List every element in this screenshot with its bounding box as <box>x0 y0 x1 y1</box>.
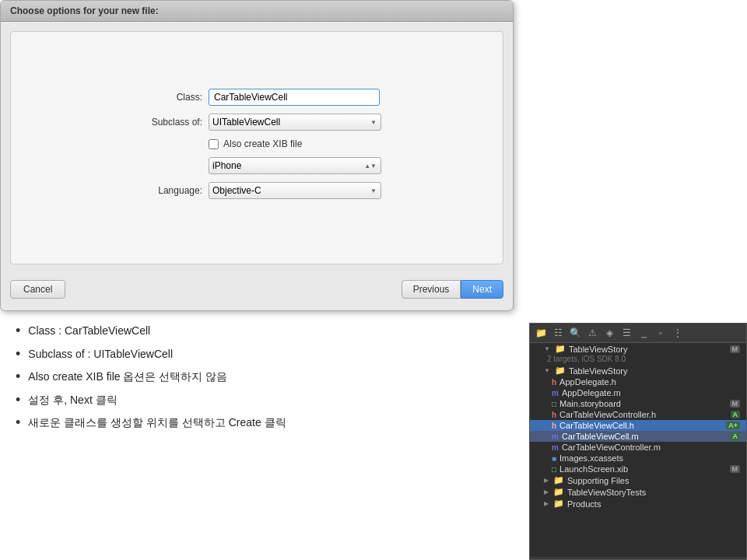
folder-icon: 📁 <box>553 499 564 509</box>
h-icon: h <box>552 378 556 387</box>
file-name: CarTableViewCell.h <box>559 421 634 430</box>
next-button[interactable]: Next <box>461 280 503 299</box>
tree-car-tableviewcontroller-m[interactable]: m CarTableViewController.m <box>530 442 746 453</box>
dialog-footer: Cancel Previous Next <box>1 274 513 305</box>
class-row: Class: <box>124 89 389 106</box>
nav-buttons: Previous Next <box>402 280 503 299</box>
folder-icon[interactable]: 📁 <box>535 327 547 339</box>
file-badge: M <box>730 465 741 473</box>
sb-icon: □ <box>552 400 556 408</box>
grid-icon[interactable]: ☷ <box>552 327 564 339</box>
file-name: Images.xcassets <box>559 453 623 463</box>
dialog-title: Choose options for your new file: <box>1 1 513 22</box>
dialog-content: Class: Subclass of: UITableViewCell Also… <box>10 31 503 264</box>
storyboard-badge: M <box>730 400 741 408</box>
class-input[interactable] <box>209 89 380 106</box>
m-icon: m <box>552 389 559 397</box>
tree-tableviewstory-tests[interactable]: ▶ 📁 TableViewStoryTests <box>530 486 746 498</box>
bullet-item: Also create XIB file 옵션은 선택하지 않음 <box>16 369 514 386</box>
form-area: Class: Subclass of: UITableViewCell Also… <box>124 89 389 207</box>
folder-icon: 📁 <box>553 487 564 497</box>
subclass-row: Subclass of: UITableViewCell <box>124 114 389 131</box>
file-name: AppDelegate.h <box>559 377 616 387</box>
group-collapse-icon: ▼ <box>544 367 550 374</box>
file-name: AppDelegate.m <box>562 388 621 397</box>
project-sub: 2 targets, iOS SDK 8.0 <box>530 355 746 365</box>
file-badge: A <box>731 411 741 418</box>
subclass-select-wrapper: UITableViewCell <box>209 114 381 131</box>
xcode-toolbar: 📁 ☷ 🔍 ⚠ ◈ ☰ ⎯ ▫ ⋮ <box>530 324 746 343</box>
group-label: TableViewStory <box>569 366 628 376</box>
tree-appdelegate-h[interactable]: h AppDelegate.h <box>530 376 746 387</box>
xib-label: Also create XIB file <box>223 138 302 149</box>
group-folder-icon: 📁 <box>555 366 566 376</box>
tree-images-xcassets[interactable]: ■ Images.xcassets <box>530 453 746 464</box>
tree-car-tableviewcell-m[interactable]: m CarTableViewCell.m A <box>530 431 746 442</box>
device-row: iPhone iPad Universal <box>209 157 389 174</box>
triangle-icon: ▶ <box>544 488 549 495</box>
file-badge: A+ <box>726 422 740 429</box>
chat-icon[interactable]: ▫ <box>654 327 667 339</box>
class-label: Class: <box>124 92 202 103</box>
cancel-button[interactable]: Cancel <box>10 280 65 299</box>
language-label: Language: <box>124 185 202 196</box>
bullet-item: 새로운 클래스를 생성할 위치를 선택하고 Create 클릭 <box>16 415 514 432</box>
tree-supporting-files[interactable]: ▶ 📁 Supporting Files <box>530 474 746 486</box>
device-select-wrapper: iPhone iPad Universal <box>209 157 381 174</box>
file-name: CarTableViewCell.m <box>562 432 639 441</box>
new-file-dialog: Choose options for your new file: Class:… <box>0 0 514 311</box>
tree-car-tableviewcell-h[interactable]: h CarTableViewCell.h A+ <box>530 420 746 431</box>
group-label: Products <box>567 499 601 509</box>
bullet-item: Subclass of : UITableViewCell <box>16 346 514 363</box>
previous-button[interactable]: Previous <box>402 280 461 299</box>
project-folder-icon: 📁 <box>555 344 566 354</box>
h-icon: h <box>552 411 556 419</box>
device-select[interactable]: iPhone iPad Universal <box>209 157 381 174</box>
group-label: TableViewStoryTests <box>567 488 646 497</box>
tree-car-tableviewcontroller-h[interactable]: h CarTableViewController.h A <box>530 409 746 420</box>
tag-icon[interactable]: ◈ <box>603 327 615 339</box>
xcode-sidebar-panel: 📁 ☷ 🔍 ⚠ ◈ ☰ ⎯ ▫ ⋮ ▼ 📁 TableViewStory M 2… <box>529 323 747 560</box>
collapse-icon: ▼ <box>544 345 550 352</box>
search-icon[interactable]: 🔍 <box>569 327 581 339</box>
warning-icon[interactable]: ⚠ <box>586 327 598 339</box>
xib-icon: □ <box>552 465 556 474</box>
folder-icon: 📁 <box>553 475 564 485</box>
triangle-icon: ▶ <box>544 477 549 484</box>
more-icon[interactable]: ⋮ <box>672 327 684 339</box>
subclass-label: Subclass of: <box>124 117 202 128</box>
tree-main-storyboard[interactable]: □ Main.storyboard M <box>530 398 746 409</box>
xib-row: Also create XIB file <box>209 138 389 149</box>
file-name: LaunchScreen.xib <box>559 464 628 474</box>
tree-launchscreen-xib[interactable]: □ LaunchScreen.xib M <box>530 464 746 474</box>
list-icon[interactable]: ☰ <box>620 327 633 339</box>
project-name: TableViewStory <box>569 345 628 354</box>
project-badge: M <box>730 345 741 353</box>
m-icon: m <box>552 432 559 441</box>
h-icon: h <box>552 422 556 430</box>
bullet-item: 설정 후, Next 클릭 <box>16 392 514 409</box>
file-badge: A <box>731 432 741 440</box>
subclass-select[interactable]: UITableViewCell <box>209 114 381 131</box>
instruction-list: Class : CarTableViewCellSubclass of : UI… <box>16 323 514 438</box>
language-row: Language: Objective-C Swift <box>124 182 389 199</box>
language-select-wrapper: Objective-C Swift <box>209 182 381 199</box>
xcode-file-tree: ▼ 📁 TableViewStory M 2 targets, iOS SDK … <box>530 343 746 557</box>
branch-icon[interactable]: ⎯ <box>637 327 650 339</box>
language-select[interactable]: Objective-C Swift <box>209 182 381 199</box>
file-name: CarTableViewController.h <box>559 410 656 419</box>
xcassets-icon: ■ <box>552 454 556 463</box>
tree-products[interactable]: ▶ 📁 Products <box>530 498 746 509</box>
bullet-item: Class : CarTableViewCell <box>16 323 514 340</box>
group-label: Supporting Files <box>567 476 630 485</box>
m-icon: m <box>552 443 559 452</box>
tree-project-root[interactable]: ▼ 📁 TableViewStory M <box>530 343 746 355</box>
file-name: CarTableViewController.m <box>562 443 661 452</box>
xib-checkbox[interactable] <box>209 139 219 149</box>
tree-appdelegate-m[interactable]: m AppDelegate.m <box>530 387 746 398</box>
triangle-icon: ▶ <box>544 500 549 507</box>
file-name: Main.storyboard <box>559 399 621 408</box>
tree-group-tableviewstory[interactable]: ▼ 📁 TableViewStory <box>530 365 746 376</box>
